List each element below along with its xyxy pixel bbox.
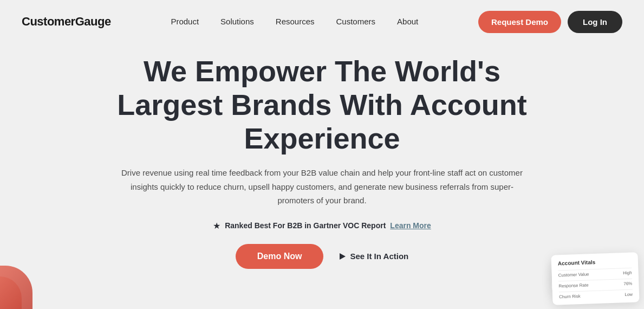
nav-link-customers[interactable]: Customers — [336, 17, 376, 26]
nav-actions: Request Demo Log In — [478, 11, 622, 33]
star-icon: ★ — [213, 221, 220, 231]
nav-link-resources[interactable]: Resources — [276, 17, 315, 26]
bottom-decoration: Account Vitals Status Active Account Vit… — [525, 239, 644, 309]
card-row-1: Customer Value High — [558, 267, 632, 279]
left-decoration — [0, 255, 43, 309]
hero-ctas: Demo Now See It In Action — [236, 244, 408, 269]
demo-now-button[interactable]: Demo Now — [236, 244, 324, 269]
hero-section: We Empower The World's Largest Brands Wi… — [0, 43, 644, 269]
hero-title: We Empower The World's Largest Brands Wi… — [108, 54, 536, 155]
card-row-3: Churn Risk Low — [559, 289, 633, 301]
badge-text: Ranked Best For B2B in Gartner VOC Repor… — [225, 221, 386, 230]
card-title: Account Vitals — [558, 256, 632, 268]
login-button[interactable]: Log In — [568, 11, 622, 33]
see-action-label: See It In Action — [350, 252, 408, 261]
nav-link-about[interactable]: About — [397, 17, 418, 26]
nav-links: Product Solutions Resources Customers Ab… — [171, 17, 418, 27]
card-row3-value: Low — [625, 291, 633, 298]
wave-decoration-1 — [0, 266, 32, 309]
play-icon — [340, 253, 346, 260]
card-row1-label: Customer Value — [558, 271, 589, 279]
nav-item-solutions[interactable]: Solutions — [220, 17, 254, 27]
card-row1-value: High — [623, 269, 632, 276]
hero-badge: ★ Ranked Best For B2B in Gartner VOC Rep… — [213, 221, 431, 231]
logo[interactable]: CustomerGauge — [22, 15, 111, 29]
see-action-button[interactable]: See It In Action — [340, 252, 408, 261]
nav-item-product[interactable]: Product — [171, 17, 199, 27]
navbar: CustomerGauge Product Solutions Resource… — [0, 0, 644, 43]
nav-item-resources[interactable]: Resources — [276, 17, 315, 27]
nav-item-customers[interactable]: Customers — [336, 17, 376, 27]
card-row3-label: Churn Risk — [559, 293, 581, 300]
hero-subtitle: Drive revenue using real time feedback f… — [119, 166, 525, 208]
card-row2-label: Response Rate — [558, 282, 589, 290]
card-row-2: Response Rate 76% — [558, 278, 633, 290]
request-demo-button[interactable]: Request Demo — [478, 11, 561, 33]
learn-more-link[interactable]: Learn More — [390, 221, 431, 230]
card-row2-value: 76% — [623, 280, 632, 287]
nav-link-product[interactable]: Product — [171, 17, 199, 26]
nav-link-solutions[interactable]: Solutions — [220, 17, 254, 26]
card-decoration-front: Account Vitals Customer Value High Respo… — [551, 252, 639, 305]
nav-item-about[interactable]: About — [397, 17, 418, 27]
